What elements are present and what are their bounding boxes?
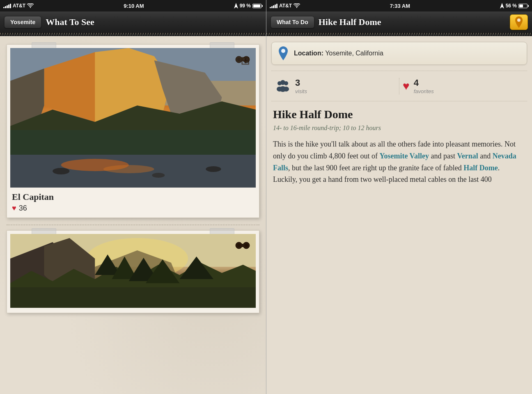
el-capitan-favorites: ♥ 36 bbox=[12, 204, 254, 213]
map-pin-icon bbox=[514, 16, 524, 28]
location-pin-icon bbox=[277, 46, 289, 60]
left-wifi-icon bbox=[27, 3, 34, 8]
right-battery-pct: 56 % bbox=[506, 3, 517, 9]
rbar4 bbox=[275, 5, 276, 8]
right-battery-icon bbox=[518, 4, 529, 8]
left-nav-arrow-icon bbox=[234, 3, 238, 9]
svg-point-13 bbox=[53, 168, 69, 174]
rbar5 bbox=[276, 4, 277, 8]
right-nav-bar: What To Do Hike Half Dome bbox=[266, 11, 532, 34]
rbar2 bbox=[271, 6, 273, 8]
article-body: This is the hike you'll talk about as al… bbox=[273, 138, 525, 186]
location-bar: Location: Yosemite, California bbox=[271, 42, 527, 65]
svg-point-20 bbox=[245, 58, 248, 61]
el-capitan-card[interactable]: ⊞ El Capitan ♥ 36 bbox=[7, 44, 259, 218]
svg-point-40 bbox=[517, 18, 521, 22]
second-card[interactable] bbox=[7, 230, 259, 313]
visits-count: 3 bbox=[295, 78, 307, 88]
body-link-halfdome[interactable]: Half Dome bbox=[463, 164, 498, 172]
el-capitan-svg bbox=[10, 48, 256, 188]
right-panel: AT&T 7:33 AM 56 % What To D bbox=[266, 0, 532, 394]
body-part-4: and bbox=[478, 152, 493, 160]
svg-point-19 bbox=[237, 58, 241, 61]
right-status-left: AT&T bbox=[270, 3, 300, 9]
left-battery-pct: 99 % bbox=[240, 3, 251, 9]
left-panel: AT&T 9:10 AM 99 % bbox=[0, 0, 266, 394]
body-link-vernal[interactable]: Vernal bbox=[457, 152, 478, 160]
right-carrier: AT&T bbox=[279, 3, 292, 9]
left-status-bar: AT&T 9:10 AM 99 % bbox=[0, 0, 266, 11]
svg-point-37 bbox=[245, 244, 248, 247]
bar3 bbox=[7, 5, 8, 8]
visits-label: visits bbox=[295, 88, 307, 94]
right-nav-arrow-icon bbox=[500, 3, 504, 9]
el-capitan-favorites-count: 36 bbox=[19, 204, 27, 213]
card-divider bbox=[7, 224, 259, 225]
body-link-yosemite[interactable]: Yosemite Valley bbox=[379, 152, 429, 160]
svg-point-47 bbox=[283, 87, 289, 92]
right-content: Location: Yosemite, California 3 bbox=[266, 36, 532, 394]
binoculars-symbol-1 bbox=[235, 54, 250, 67]
binoculars-symbol-2 bbox=[235, 240, 250, 252]
bar5 bbox=[10, 4, 11, 8]
second-photo-svg bbox=[10, 234, 256, 308]
svg-point-36 bbox=[237, 244, 241, 247]
svg-rect-35 bbox=[241, 244, 245, 247]
binoculars-svg-2 bbox=[235, 240, 250, 250]
svg-marker-39 bbox=[500, 3, 504, 9]
left-signal-bars bbox=[3, 4, 11, 8]
left-status-right: 99 % bbox=[234, 3, 263, 9]
el-capitan-info: El Capitan ♥ 36 bbox=[10, 192, 256, 213]
article-subtitle: 14- to 16-mile round-trip; 10 to 12 hour… bbox=[273, 124, 525, 132]
bar4 bbox=[8, 5, 9, 8]
left-nav-bar: Yosemite What To See bbox=[0, 11, 266, 34]
right-time: 7:33 AM bbox=[390, 3, 410, 9]
visits-info: 3 visits bbox=[295, 78, 307, 94]
svg-point-0 bbox=[30, 7, 31, 8]
right-status-right: 56 % bbox=[500, 3, 529, 9]
binoculars-svg-1 bbox=[235, 54, 250, 64]
right-signal-bars bbox=[270, 4, 277, 8]
stats-row: 3 visits ♥ 4 favorites bbox=[271, 71, 527, 101]
bar2 bbox=[5, 6, 6, 8]
left-nav-title: What To See bbox=[46, 17, 262, 27]
left-status-left: AT&T bbox=[3, 3, 34, 9]
favorites-count: 4 bbox=[414, 78, 434, 88]
left-time: 9:10 AM bbox=[124, 3, 144, 9]
favorites-info: 4 favorites bbox=[414, 78, 434, 94]
body-part-2: and past bbox=[429, 152, 457, 160]
svg-point-38 bbox=[296, 7, 297, 8]
left-content-area: ⊞ El Capitan ♥ 36 bbox=[0, 36, 266, 394]
article-title: Hike Half Dome bbox=[273, 108, 525, 121]
visits-stat: 3 visits bbox=[271, 76, 399, 96]
bar1 bbox=[3, 7, 5, 8]
svg-point-41 bbox=[281, 49, 285, 53]
svg-marker-1 bbox=[234, 3, 238, 9]
right-location-button[interactable] bbox=[510, 14, 528, 30]
svg-point-12 bbox=[103, 165, 154, 173]
location-value: Yosemite, California bbox=[325, 50, 383, 57]
favorites-stat: ♥ 4 favorites bbox=[399, 76, 527, 96]
article-content: Hike Half Dome 14- to 16-mile round-trip… bbox=[266, 101, 532, 192]
left-back-button[interactable]: Yosemite bbox=[4, 16, 41, 28]
svg-point-15 bbox=[206, 166, 221, 172]
left-carrier: AT&T bbox=[13, 3, 25, 9]
location-label: Location: bbox=[294, 50, 323, 57]
favorites-heart-icon: ♥ bbox=[403, 80, 410, 93]
rbar3 bbox=[273, 5, 274, 8]
right-status-bar: AT&T 7:33 AM 56 % bbox=[266, 0, 532, 11]
right-wifi-icon bbox=[294, 3, 300, 8]
el-capitan-photo: ⊞ bbox=[10, 48, 256, 188]
svg-rect-18 bbox=[241, 58, 245, 61]
left-battery-icon bbox=[252, 4, 263, 8]
svg-point-14 bbox=[152, 173, 165, 178]
favorites-label: favorites bbox=[414, 88, 434, 94]
right-back-button[interactable]: What To Do bbox=[271, 16, 314, 28]
second-photo bbox=[10, 234, 256, 308]
el-capitan-heart-icon: ♥ bbox=[12, 204, 16, 213]
visits-icon bbox=[275, 80, 291, 92]
svg-point-44 bbox=[284, 81, 288, 85]
el-capitan-title: El Capitan bbox=[12, 192, 254, 202]
location-text: Location: Yosemite, California bbox=[294, 50, 383, 57]
right-nav-title: Hike Half Dome bbox=[319, 17, 506, 27]
